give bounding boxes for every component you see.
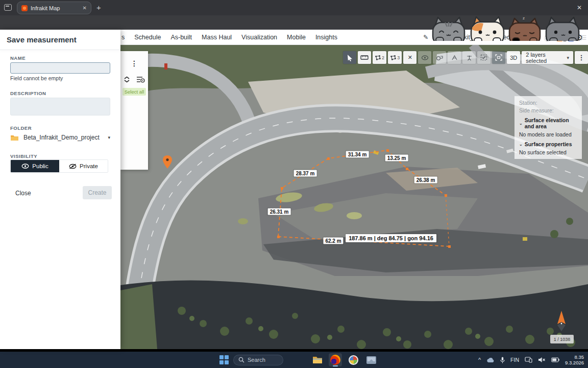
- aerial-map-image: [120, 45, 588, 349]
- download-icon[interactable]: ⭳: [530, 34, 538, 42]
- nav-item-as-built[interactable]: As-built: [170, 34, 192, 41]
- public-option[interactable]: Public: [11, 160, 59, 172]
- save-measurement-dialog: Save measurement NAME Field cannot be em…: [0, 30, 120, 349]
- roller-tool-button[interactable]: [433, 51, 446, 64]
- time-text: 8.35: [565, 354, 584, 360]
- new-tab-button[interactable]: +: [96, 4, 101, 11]
- screen: Infrakit Map ✕ + ✕ ← → ⟳ beta.infrakit.c…: [0, 0, 588, 368]
- taskbar-search[interactable]: Search: [233, 355, 283, 365]
- ruler-measure-button[interactable]: [358, 51, 371, 64]
- collapse-icon[interactable]: [124, 76, 130, 83]
- filter-settings-icon[interactable]: [136, 76, 145, 83]
- start-button[interactable]: [219, 355, 229, 364]
- nav-item-insights[interactable]: Insights: [315, 34, 337, 41]
- infrakit-favicon: [21, 5, 28, 11]
- layers-caret-icon: ▾: [567, 55, 569, 60]
- eye-icon: [21, 164, 29, 169]
- close-button[interactable]: Close: [15, 190, 31, 197]
- folder-label: FOLDER: [10, 125, 32, 131]
- no-models-text: No models are loaded: [519, 131, 577, 137]
- map-menu-kebab-icon[interactable]: ⋮: [575, 51, 588, 64]
- side-measure-label: Side measure:: [519, 107, 577, 113]
- layers-panel-strip: ⋮ Select all: [120, 51, 148, 170]
- edit-project-icon[interactable]: ✎: [423, 34, 428, 41]
- search-icon: [238, 357, 244, 363]
- windows-taskbar: Search ^ FIN 8.35 9.3.2026: [0, 352, 588, 368]
- private-option[interactable]: Private: [59, 160, 108, 172]
- map-pin-icon[interactable]: [162, 155, 173, 169]
- measure-label: 31.34 m: [346, 151, 369, 158]
- name-label: NAME: [10, 55, 26, 61]
- menu-icon[interactable]: ☰: [580, 34, 588, 42]
- device-icon[interactable]: [525, 357, 532, 363]
- chevron-down-icon: ⌄: [519, 121, 523, 126]
- measure-label: 28.37 m: [294, 170, 317, 177]
- compass-north-icon[interactable]: [553, 310, 570, 332]
- extension-blue-icon[interactable]: [568, 35, 575, 41]
- onedrive-cloud-icon[interactable]: [486, 357, 495, 363]
- surface-elevation-section[interactable]: ⌄ Surface elevation and area: [519, 117, 577, 129]
- map-toolbar: 2 3 ✕ 3D: [343, 51, 588, 64]
- create-button[interactable]: Create: [83, 186, 112, 199]
- project-selector[interactable]: Beta_Infrakit_Demo_project: [435, 34, 511, 41]
- select-all-button[interactable]: Select all: [122, 88, 146, 96]
- account-icon[interactable]: ◯: [543, 34, 551, 42]
- language-indicator[interactable]: FIN: [510, 357, 519, 363]
- window-close-icon[interactable]: ✕: [577, 4, 582, 11]
- layers-dropdown[interactable]: 2 layers selected ▾: [522, 51, 573, 64]
- name-error-text: Field cannot be empty: [10, 75, 63, 81]
- cursor-tool-button[interactable]: [343, 51, 356, 64]
- microphone-icon[interactable]: [500, 357, 505, 363]
- tab-close-icon[interactable]: ✕: [83, 5, 87, 11]
- nav-item-schedule[interactable]: Schedule: [134, 34, 161, 41]
- file-explorer-icon[interactable]: [311, 353, 324, 366]
- polygon-volume-tool-button[interactable]: 3: [388, 51, 402, 64]
- nav-item-mobile[interactable]: Mobile: [287, 34, 306, 41]
- mail-app-icon[interactable]: [364, 353, 378, 366]
- surface-properties-section[interactable]: ⌄ Surface properties: [519, 141, 577, 147]
- tray-chevron-icon[interactable]: ^: [478, 357, 481, 363]
- browser-action-icons: ⭳ ◯ 1 ☰: [530, 34, 588, 42]
- browser-toolbar: ← → ⟳ beta.infrakit.com/kuura/main.htm ☆…: [0, 15, 588, 30]
- nav-item-partial[interactable]: s: [121, 34, 125, 41]
- measure-label: 62.2 m: [323, 238, 343, 244]
- extension-icon[interactable]: 1: [556, 35, 563, 41]
- angle-tool-button[interactable]: [448, 51, 461, 64]
- browser-tab[interactable]: Infrakit Map ✕: [17, 2, 91, 14]
- close-measure-button[interactable]: ✕: [403, 51, 416, 64]
- station-tool-button[interactable]: [462, 51, 476, 64]
- description-label: DESCRIPTION: [10, 90, 46, 96]
- layers-kebab-icon[interactable]: ⋮: [120, 59, 148, 67]
- polygon-area-tool-button[interactable]: 2: [373, 51, 386, 64]
- name-input[interactable]: [10, 62, 110, 74]
- dialog-title: Save measurement: [7, 35, 77, 44]
- volume-muted-icon[interactable]: [538, 357, 546, 363]
- project-caret-icon[interactable]: ▾: [519, 35, 521, 40]
- app-color-wheel-icon[interactable]: [347, 353, 360, 366]
- select-area-tool-button[interactable]: [477, 51, 491, 64]
- date-text: 9.3.2026: [565, 360, 584, 365]
- nav-item-mass-haul[interactable]: Mass Haul: [202, 34, 232, 41]
- battery-icon[interactable]: [551, 357, 559, 362]
- svg-text:z: z: [523, 16, 525, 20]
- measure-label: 13.25 m: [385, 155, 408, 162]
- browser-titlebar: Infrakit Map ✕ + ✕: [0, 0, 588, 15]
- folder-select[interactable]: Beta_Infrakit_Demo_project ▾: [10, 132, 110, 143]
- measure-info-panel: Station: Side measure: ⌄ Surface elevati…: [514, 96, 582, 159]
- visibility-tool-button[interactable]: [418, 51, 431, 64]
- frame-extent-button[interactable]: [492, 51, 505, 64]
- folder-caret-icon: ▾: [108, 135, 110, 140]
- clock[interactable]: 8.35 9.3.2026: [565, 354, 584, 365]
- measure-label: 26.38 m: [414, 177, 437, 183]
- polygon3-badge: 3: [397, 55, 400, 60]
- tab-overview-icon[interactable]: [4, 4, 12, 11]
- map-viewport[interactable]: 26.31 m 28.37 m 31.34 m 13.25 m 26.38 m …: [120, 45, 588, 349]
- 3d-toggle-button[interactable]: 3D: [507, 51, 520, 64]
- folder-icon: [10, 134, 19, 141]
- firefox-icon[interactable]: [329, 353, 342, 366]
- visibility-label: VISIBILITY: [10, 153, 37, 159]
- description-input[interactable]: [10, 98, 110, 116]
- station-label: Station:: [519, 100, 577, 106]
- nav-item-visualization[interactable]: Visualization: [241, 34, 277, 41]
- measure-label: 26.31 m: [268, 209, 291, 215]
